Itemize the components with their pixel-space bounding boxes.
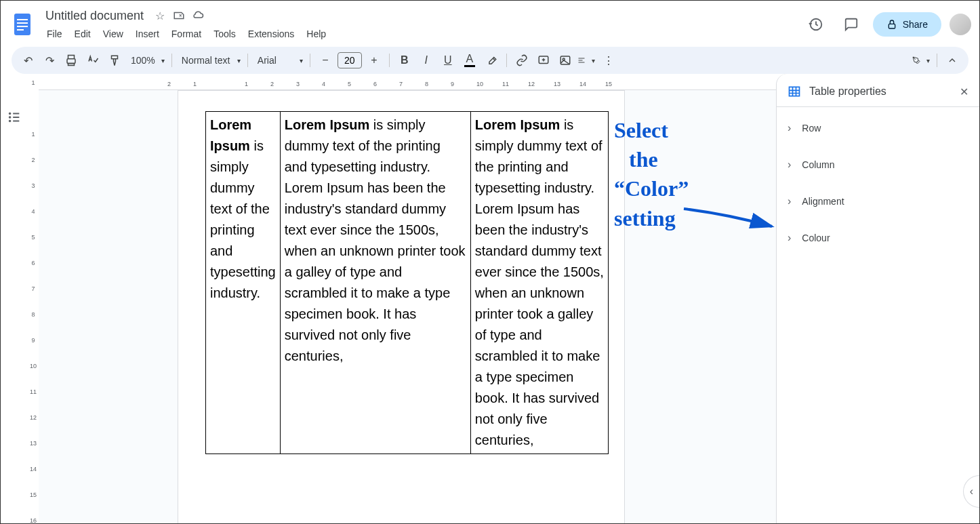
svg-rect-1 <box>17 19 28 20</box>
horizontal-ruler: 21123456789101112131415 <box>39 79 776 90</box>
more-button[interactable]: ⋮ <box>599 51 618 70</box>
svg-point-11 <box>9 117 11 118</box>
collapse-toolbar-button[interactable] <box>943 51 962 70</box>
font-increase-button[interactable]: + <box>365 51 384 70</box>
svg-rect-13 <box>790 87 800 96</box>
underline-button[interactable]: U <box>438 51 457 70</box>
italic-button[interactable]: I <box>417 51 436 70</box>
chevron-right-icon: › <box>788 159 791 171</box>
table-icon <box>788 85 801 98</box>
table-cell[interactable]: Lorem Ipsum is simply dummy text of the … <box>470 112 608 454</box>
panel-section-row[interactable]: › Row <box>777 110 979 146</box>
font-decrease-button[interactable]: − <box>316 51 335 70</box>
redo-button[interactable]: ↷ <box>40 51 59 70</box>
menu-format[interactable]: Format <box>166 26 207 42</box>
table-row[interactable]: Lorem Ipsum is simply dummy text of the … <box>206 112 609 454</box>
panel-close-button[interactable]: ✕ <box>960 85 968 98</box>
menu-view[interactable]: View <box>98 26 129 42</box>
left-rail <box>1 79 28 523</box>
zoom-select[interactable]: 100% <box>127 52 166 68</box>
section-label: Alignment <box>802 196 844 207</box>
panel-section-alignment[interactable]: › Alignment <box>777 183 979 220</box>
menu-file[interactable]: File <box>41 26 68 42</box>
svg-rect-6 <box>67 59 75 64</box>
menu-help[interactable]: Help <box>301 26 331 42</box>
style-select[interactable]: Normal text <box>178 52 242 68</box>
toolbar: ↶ ↷ 100% Normal text Arial − 20 + B I U … <box>12 47 968 74</box>
page[interactable]: Lorem Ipsum is simply dummy text of the … <box>178 90 625 523</box>
section-label: Row <box>802 123 821 134</box>
menu-insert[interactable]: Insert <box>130 26 165 42</box>
highlight-button[interactable] <box>482 51 501 70</box>
bold-button[interactable]: B <box>395 51 414 70</box>
header: Untitled document ☆ File Edit View Inser… <box>1 1 979 44</box>
menu-tools[interactable]: Tools <box>208 26 241 42</box>
svg-rect-0 <box>14 14 30 35</box>
font-select[interactable]: Arial <box>253 52 304 68</box>
svg-rect-2 <box>17 22 28 24</box>
align-button[interactable] <box>577 51 596 70</box>
docs-logo[interactable] <box>9 11 36 38</box>
outline-button[interactable] <box>3 106 25 128</box>
link-button[interactable] <box>512 51 531 70</box>
panel-section-column[interactable]: › Column <box>777 146 979 183</box>
cloud-icon[interactable] <box>191 9 205 22</box>
menu-bar: File Edit View Insert Format Tools Exten… <box>41 26 802 42</box>
history-icon[interactable] <box>802 11 830 38</box>
menu-extensions[interactable]: Extensions <box>243 26 300 42</box>
table-cell[interactable]: Lorem Ipsum is simply dummy text of the … <box>280 112 470 454</box>
content-area: 11234567891011121314151617 2112345678910… <box>1 79 979 523</box>
title-area: Untitled document ☆ File Edit View Inser… <box>41 7 802 42</box>
svg-rect-3 <box>17 26 28 27</box>
vertical-ruler: 11234567891011121314151617 <box>28 79 39 523</box>
chevron-right-icon: › <box>788 122 791 134</box>
svg-point-10 <box>9 113 11 115</box>
text-color-button[interactable]: A <box>460 51 479 70</box>
table-cell[interactable]: Lorem Ipsum is simply dummy text of the … <box>206 112 281 454</box>
lock-icon <box>886 19 897 30</box>
chevron-right-icon: › <box>788 195 791 207</box>
share-button[interactable]: Share <box>873 12 941 37</box>
section-label: Column <box>802 159 834 170</box>
star-icon[interactable]: ☆ <box>153 9 167 22</box>
editing-mode-button[interactable] <box>912 51 931 70</box>
doc-title[interactable]: Untitled document <box>41 7 148 24</box>
table-properties-panel: Table properties ✕ › Row › Column › Alig… <box>776 74 979 523</box>
comment-icon[interactable] <box>838 11 865 38</box>
add-comment-button[interactable] <box>534 51 553 70</box>
move-icon[interactable] <box>172 9 186 22</box>
panel-section-colour[interactable]: › Colour <box>777 220 979 256</box>
document-area[interactable]: 21123456789101112131415 Lorem Ipsum is s… <box>39 79 776 523</box>
avatar[interactable] <box>950 14 971 35</box>
panel-title: Table properties <box>809 85 952 98</box>
chevron-right-icon: › <box>788 232 791 244</box>
document-table[interactable]: Lorem Ipsum is simply dummy text of the … <box>205 111 609 454</box>
section-label: Colour <box>802 233 830 243</box>
undo-button[interactable]: ↶ <box>18 51 37 70</box>
svg-rect-4 <box>17 29 24 31</box>
menu-edit[interactable]: Edit <box>69 26 96 42</box>
share-label: Share <box>903 19 928 30</box>
svg-point-12 <box>9 121 11 122</box>
paint-format-button[interactable] <box>105 51 124 70</box>
svg-rect-5 <box>889 24 895 28</box>
print-button[interactable] <box>62 51 81 70</box>
image-button[interactable] <box>556 51 575 70</box>
font-size-input[interactable]: 20 <box>338 52 362 68</box>
spellcheck-button[interactable] <box>83 51 102 70</box>
